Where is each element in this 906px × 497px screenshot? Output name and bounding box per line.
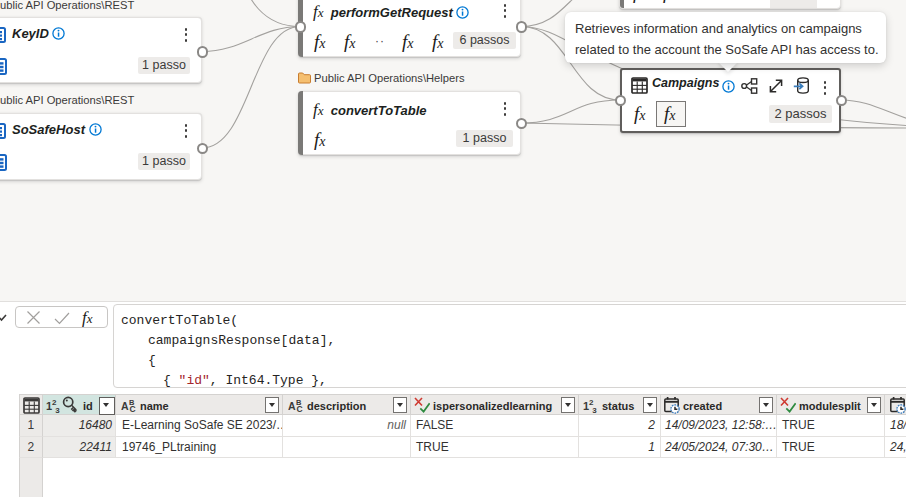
svg-text:A: A bbox=[121, 400, 129, 412]
svg-text:3: 3 bbox=[592, 406, 597, 415]
svg-text:C: C bbox=[130, 404, 136, 414]
svg-text:3: 3 bbox=[55, 406, 60, 415]
svg-text:A: A bbox=[288, 400, 296, 412]
svg-text:C: C bbox=[297, 404, 303, 414]
